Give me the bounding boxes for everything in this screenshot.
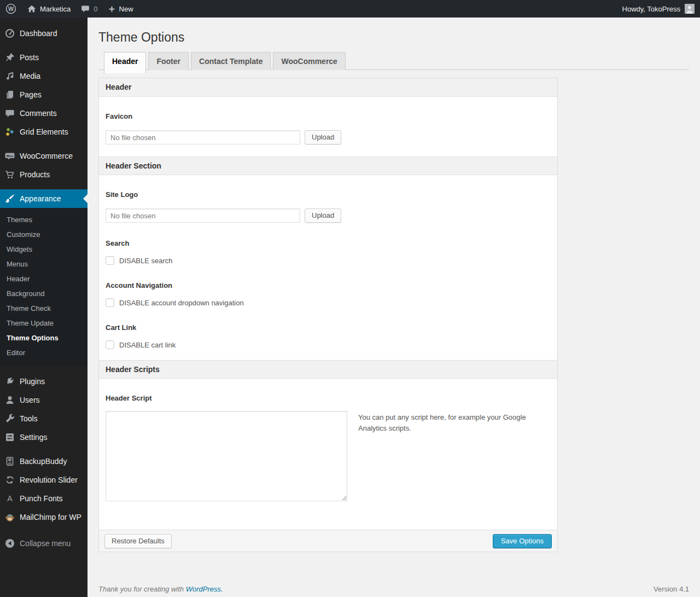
sidebar-item-label: Media [20, 72, 40, 80]
sidebar-item-label: BackupBuddy [20, 457, 67, 466]
mailchimp-monkey-icon [4, 512, 15, 523]
submenu-item-background[interactable]: Background [0, 286, 88, 301]
sidebar-item-tools[interactable]: Tools [0, 409, 88, 428]
tab-woocommerce[interactable]: WooCommerce [273, 52, 345, 70]
collapse-arrow-icon [4, 538, 15, 549]
favicon-upload-button[interactable]: Upload [305, 130, 341, 144]
collapse-menu-button[interactable]: Collapse menu [0, 534, 88, 553]
sidebar-item-mailchimp[interactable]: MailChimp for WP [0, 508, 88, 526]
sidebar-item-label: Pages [20, 90, 42, 99]
page-title: Theme Options [98, 30, 689, 45]
avatar [685, 4, 695, 14]
save-options-button[interactable]: Save Options [493, 534, 552, 548]
favicon-label: Favicon [106, 112, 551, 120]
collapse-menu-label: Collapse menu [20, 539, 71, 548]
settings-icon [4, 432, 15, 443]
site-logo-file-input[interactable] [106, 208, 300, 223]
sidebar-item-comments[interactable]: Comments [0, 104, 88, 123]
sidebar-item-label: Plugins [20, 377, 45, 386]
disable-account-nav-label: DISABLE account dropdown navigation [119, 299, 244, 307]
paintbrush-icon [4, 193, 15, 204]
admin-bar: W Marketica 0 New Howdy, TokoPress [0, 0, 700, 18]
theme-options-panel: Header Favicon Upload Header Section Sit… [98, 78, 558, 552]
sidebar-item-pages[interactable]: Pages [0, 85, 88, 104]
submenu-item-theme-options[interactable]: Theme Options [0, 331, 88, 345]
svg-text:W: W [8, 5, 14, 12]
disable-account-nav-checkbox[interactable] [106, 298, 114, 307]
footer-thanks: Thank you for creating with WordPress. [98, 585, 223, 593]
sidebar-item-woocommerce[interactable]: Woo WooCommerce [0, 147, 88, 165]
appearance-submenu: Themes Customize Widgets Menus Header Ba… [0, 208, 88, 367]
woocommerce-icon: Woo [4, 150, 15, 161]
sidebar-item-backupbuddy[interactable]: BackupBuddy [0, 452, 88, 471]
sidebar-item-users[interactable]: Users [0, 391, 88, 409]
restore-defaults-button[interactable]: Restore Defaults [104, 534, 172, 548]
svg-text:A: A [7, 494, 13, 503]
plus-icon [108, 5, 116, 13]
main-content: Theme Options Header Footer Contact Temp… [88, 0, 700, 593]
home-icon [27, 4, 37, 14]
admin-sidebar: Dashboard Posts Media Pages Comments Gri… [0, 18, 88, 597]
refresh-icon [4, 474, 15, 485]
account-navigation-checkbox-row: DISABLE account dropdown navigation [106, 298, 551, 307]
sidebar-item-grid-elements[interactable]: Grid Elements [0, 123, 88, 141]
user-icon [4, 395, 15, 405]
sidebar-item-label: Comments [20, 109, 57, 118]
letter-a-icon: A [4, 493, 15, 504]
site-logo-row: Upload [106, 208, 551, 223]
pages-icon [4, 89, 15, 100]
tab-footer[interactable]: Footer [148, 52, 189, 70]
sidebar-item-products[interactable]: Products [0, 165, 88, 184]
comments-menu[interactable]: 0 [75, 0, 102, 18]
cart-link-checkbox-row: DISABLE cart link [106, 340, 551, 349]
site-link[interactable]: Marketica [22, 0, 75, 18]
search-label: Search [106, 239, 551, 247]
sidebar-item-label: WooCommerce [20, 152, 73, 160]
account-menu[interactable]: Howdy, TokoPress [622, 4, 700, 14]
submenu-item-themes[interactable]: Themes [0, 212, 88, 227]
sidebar-item-dashboard[interactable]: Dashboard [0, 24, 88, 43]
sidebar-item-posts[interactable]: Posts [0, 48, 88, 67]
submenu-item-header[interactable]: Header [0, 271, 88, 286]
sidebar-item-label: MailChimp for WP [20, 513, 81, 521]
submenu-item-customize[interactable]: Customize [0, 227, 88, 242]
favicon-file-input[interactable] [106, 130, 300, 144]
sidebar-item-label: Products [20, 170, 50, 179]
panel-footer: Restore Defaults Save Options [99, 530, 557, 552]
submenu-item-editor[interactable]: Editor [0, 345, 88, 360]
account-navigation-label: Account Navigation [106, 281, 551, 289]
footer-version: Version 4.1 [654, 585, 689, 593]
disable-search-checkbox[interactable] [106, 256, 114, 265]
sidebar-item-label: Settings [20, 433, 48, 442]
sidebar-item-label: Appearance [20, 194, 61, 203]
plug-icon [4, 376, 15, 387]
header-script-textarea[interactable] [106, 411, 347, 501]
site-name: Marketica [40, 5, 71, 13]
sidebar-item-punch-fonts[interactable]: A Punch Fonts [0, 489, 88, 508]
tab-bar: Header Footer Contact Template WooCommer… [98, 52, 689, 73]
disable-cart-link-label: DISABLE cart link [119, 341, 176, 349]
tab-header[interactable]: Header [104, 52, 146, 73]
sidebar-item-label: Dashboard [20, 29, 57, 38]
submenu-item-theme-update[interactable]: Theme Update [0, 316, 88, 331]
wp-logo-menu[interactable]: W [0, 0, 22, 18]
submenu-item-theme-check[interactable]: Theme Check [0, 301, 88, 316]
submenu-item-menus[interactable]: Menus [0, 257, 88, 271]
sidebar-item-settings[interactable]: Settings [0, 428, 88, 447]
sidebar-item-label: Posts [20, 53, 39, 62]
dashboard-icon [4, 28, 15, 39]
sidebar-item-plugins[interactable]: Plugins [0, 372, 88, 391]
disable-search-label: DISABLE search [119, 257, 173, 265]
sidebar-item-label: Users [20, 396, 40, 404]
sidebar-item-label: Punch Fonts [20, 494, 63, 503]
new-menu[interactable]: New [103, 0, 138, 18]
disable-cart-link-checkbox[interactable] [106, 340, 114, 349]
sidebar-item-appearance[interactable]: Appearance [0, 189, 88, 208]
search-checkbox-row: DISABLE search [106, 256, 551, 265]
sidebar-item-revolution-slider[interactable]: Revolution Slider [0, 471, 88, 489]
tab-contact-template[interactable]: Contact Template [191, 52, 271, 70]
sidebar-item-media[interactable]: Media [0, 67, 88, 85]
site-logo-upload-button[interactable]: Upload [305, 208, 341, 223]
submenu-item-widgets[interactable]: Widgets [0, 242, 88, 257]
wordpress-link[interactable]: WordPress. [186, 585, 223, 593]
